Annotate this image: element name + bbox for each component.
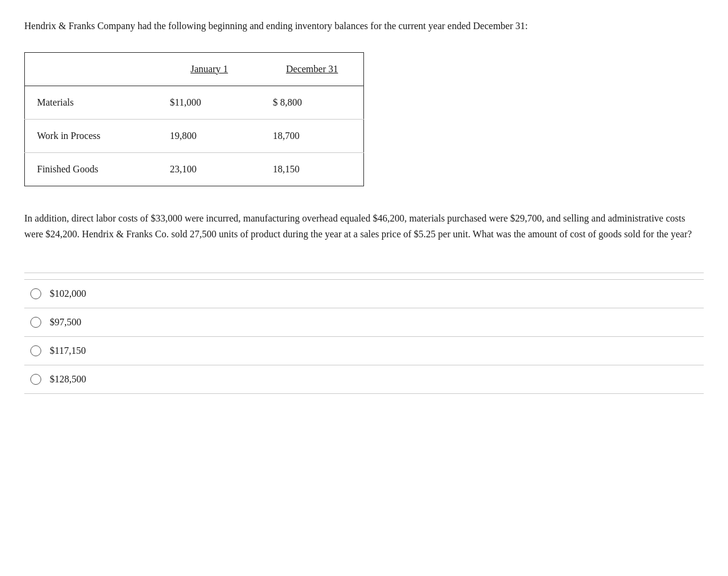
top-divider bbox=[24, 273, 704, 273]
inventory-table: January 1 December 31 Materials$11,000$ … bbox=[24, 52, 364, 186]
row-label-1: Work in Process bbox=[25, 119, 158, 152]
option-label-3: $128,500 bbox=[50, 374, 86, 385]
table-row: Finished Goods23,10018,150 bbox=[25, 152, 364, 186]
row-jan-0: $11,000 bbox=[158, 86, 261, 119]
radio-button-2[interactable] bbox=[30, 345, 41, 356]
intro-paragraph: Hendrix & Franks Company had the followi… bbox=[24, 18, 704, 34]
option-label-1: $97,500 bbox=[50, 317, 81, 328]
option-label-2: $117,150 bbox=[50, 345, 86, 356]
row-dec-0: $ 8,800 bbox=[261, 86, 364, 119]
table-header-january: January 1 bbox=[158, 52, 261, 86]
table-header-december: December 31 bbox=[261, 52, 364, 86]
option-row-3[interactable]: $128,500 bbox=[24, 365, 704, 394]
answer-options: $102,000$97,500$117,150$128,500 bbox=[24, 279, 704, 394]
radio-button-1[interactable] bbox=[30, 317, 41, 328]
additional-paragraph: In addition, direct labor costs of $33,0… bbox=[24, 211, 704, 243]
row-label-0: Materials bbox=[25, 86, 158, 119]
table-header-empty bbox=[25, 52, 158, 86]
row-jan-1: 19,800 bbox=[158, 119, 261, 152]
radio-button-3[interactable] bbox=[30, 374, 41, 385]
option-row-2[interactable]: $117,150 bbox=[24, 337, 704, 365]
row-jan-2: 23,100 bbox=[158, 152, 261, 186]
row-label-2: Finished Goods bbox=[25, 152, 158, 186]
option-label-0: $102,000 bbox=[50, 288, 86, 299]
row-dec-2: 18,150 bbox=[261, 152, 364, 186]
table-row: Materials$11,000$ 8,800 bbox=[25, 86, 364, 119]
row-dec-1: 18,700 bbox=[261, 119, 364, 152]
option-row-1[interactable]: $97,500 bbox=[24, 308, 704, 337]
radio-button-0[interactable] bbox=[30, 288, 41, 299]
table-row: Work in Process19,80018,700 bbox=[25, 119, 364, 152]
option-row-0[interactable]: $102,000 bbox=[24, 279, 704, 308]
